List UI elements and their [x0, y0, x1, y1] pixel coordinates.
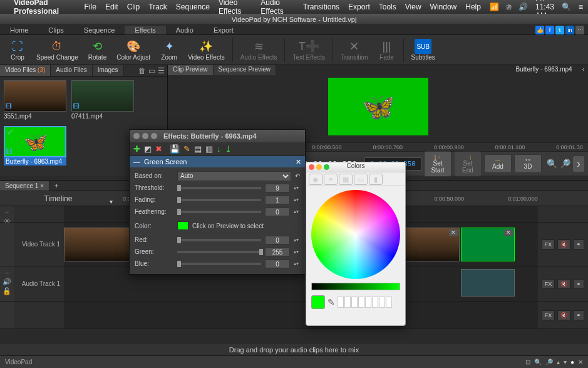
menu-tools[interactable]: Tools [379, 3, 396, 11]
down-icon[interactable]: ↓ [217, 144, 221, 154]
bin-tab-audio[interactable]: Audio Files [51, 65, 92, 76]
traffic-max-icon[interactable] [151, 133, 157, 139]
timeline-label[interactable]: Timeline▾ [0, 191, 116, 206]
list2-icon[interactable]: ▥ [205, 144, 213, 154]
mask-icon[interactable]: ◩ [144, 144, 152, 154]
eyedropper-icon[interactable]: ✎ [328, 297, 335, 307]
menu-export[interactable]: Export [348, 3, 370, 11]
link-icon[interactable]: ⚭ [573, 310, 584, 320]
clip-close-icon[interactable]: ✕ [504, 229, 513, 236]
feathering-value[interactable]: 0 [265, 208, 290, 216]
menu-help[interactable]: Help [465, 3, 481, 11]
traffic-min-icon[interactable] [316, 164, 322, 170]
set-start-button[interactable]: [→Set Start [424, 151, 451, 177]
tab-effects[interactable]: Effects [125, 26, 165, 34]
blue-slider[interactable] [177, 263, 261, 265]
mute-icon[interactable]: 🔇 [557, 279, 570, 289]
blue-value[interactable]: 0 [265, 260, 290, 268]
tool-zoom[interactable]: ✦Zoom [155, 38, 183, 62]
menu-transitions[interactable]: Transitions [303, 3, 339, 11]
link-icon[interactable]: ⚭ [573, 279, 584, 289]
lock-icon[interactable]: 🔓 [3, 287, 11, 295]
preview-tab-sequence[interactable]: Sequence Preview [214, 65, 276, 75]
minus-icon[interactable]: − [5, 209, 9, 216]
menu-icon[interactable]: ≡ [579, 3, 583, 11]
zoom-in-icon[interactable]: 🔍 [534, 359, 542, 365]
color-wheel[interactable] [311, 190, 400, 279]
spinner-icon[interactable]: ▴▾ [294, 186, 300, 190]
wheel-tab-icon[interactable]: ◉ [309, 174, 322, 185]
like-icon[interactable]: 👍 [535, 26, 544, 34]
red-value[interactable]: 0 [265, 236, 290, 244]
tool-subtitles[interactable]: SUBSubtitles [406, 38, 440, 62]
list-icon[interactable]: ▤ [194, 144, 202, 154]
trash-icon[interactable]: 🗑 [138, 66, 146, 75]
mute-icon[interactable]: 🔇 [557, 239, 570, 250]
tool-color-adjust[interactable]: 🎨Color Adjust [111, 38, 155, 62]
fading-slider[interactable] [177, 199, 261, 201]
undo-icon[interactable]: ↶ [295, 172, 300, 179]
clip-close-icon[interactable]: ✕ [449, 229, 458, 236]
tab-home[interactable]: Home [0, 26, 38, 34]
menu-track[interactable]: Track [148, 3, 167, 11]
menu-edit[interactable]: Edit [105, 3, 118, 11]
colorpicker-titlebar[interactable]: Colors [306, 162, 405, 172]
menu-file[interactable]: File [85, 3, 96, 11]
clip-thumb[interactable]: 🎞 3551.mp4 [4, 80, 66, 121]
twitter-icon[interactable]: t [555, 26, 564, 34]
preview-viewport[interactable]: 🦋 [328, 78, 428, 135]
stop-icon[interactable]: ✕ [578, 359, 583, 365]
link-icon[interactable]: ⚭ [573, 239, 584, 250]
color-swatch[interactable] [177, 221, 188, 230]
traffic-min-icon[interactable] [142, 133, 148, 139]
chevron-up-icon[interactable]: ▴ [557, 359, 560, 365]
save-icon[interactable]: 💾 [170, 144, 180, 154]
dialog-titlebar[interactable]: Effects: Butterfly - 6963.mp4 [130, 130, 305, 142]
chevron-down-icon[interactable]: ▾ [564, 359, 567, 365]
set-end-button[interactable]: →]Set End [454, 151, 482, 177]
brightness-slider[interactable] [311, 283, 400, 290]
zoom-in-icon[interactable]: 🔍 [547, 159, 557, 169]
red-slider[interactable] [177, 239, 261, 241]
zoom-out-icon[interactable]: 🔎 [560, 159, 570, 169]
add-button[interactable]: —Add [484, 154, 512, 173]
green-value[interactable]: 255 [265, 248, 290, 256]
chevron-left-icon[interactable]: ‹ [579, 65, 588, 75]
menu-window[interactable]: Window [430, 3, 457, 11]
sequence-tab[interactable]: Sequence 1 × [0, 181, 49, 191]
fx-button[interactable]: FX [542, 310, 555, 320]
traffic-close-icon[interactable] [309, 164, 314, 170]
palette-tab-icon[interactable]: ▦ [339, 174, 353, 185]
delete-effect-icon[interactable]: ✖ [155, 144, 162, 154]
tool-crop[interactable]: ⛶Crop [4, 38, 31, 62]
menu-clip[interactable]: Clip [127, 3, 140, 11]
search-icon[interactable]: 🔍 [562, 3, 571, 11]
tool-video-effects[interactable]: ✨Video Effects [183, 38, 230, 62]
spinner-icon[interactable]: ▴▾ [294, 261, 300, 266]
tool-speed-change[interactable]: ⏱Speed Change [31, 38, 83, 62]
mute-icon[interactable]: 🔇 [557, 310, 570, 320]
add-sequence-button[interactable]: + [49, 181, 63, 191]
menu-view[interactable]: View [405, 3, 421, 11]
timeline-clip[interactable]: ✕ [461, 228, 515, 261]
add-effect-icon[interactable]: ✚ [133, 144, 140, 154]
spinner-icon[interactable]: ▴▾ [294, 250, 300, 254]
timeline-audio-clip[interactable] [461, 269, 515, 297]
clip-thumb-selected[interactable]: ✔🦋🎞 Butterfly - 6963.mp4 [4, 126, 66, 166]
zoom-out-icon[interactable]: 🔎 [545, 359, 553, 365]
timeline-clip[interactable]: ✕ [403, 228, 460, 261]
clip-thumb[interactable]: 🎞 07411.mp4 [71, 80, 134, 121]
spinner-icon[interactable]: ▴▾ [294, 238, 300, 242]
volume-icon[interactable]: 🔊 [518, 3, 528, 11]
bin-tab-images[interactable]: Images [93, 65, 124, 76]
tab-clips[interactable]: Clips [38, 26, 73, 34]
tab-audio[interactable]: Audio [166, 26, 204, 34]
bin-tab-video[interactable]: Video Files (3) [0, 65, 51, 76]
down2-icon[interactable]: ⤓ [225, 144, 232, 154]
spinner-icon[interactable]: ▴▾ [294, 197, 300, 202]
folder-icon[interactable]: ▭ [148, 66, 155, 75]
zoom-fit-icon[interactable]: ⊡ [525, 359, 530, 365]
tab-sequence[interactable]: Sequence [74, 26, 125, 34]
facebook-icon[interactable]: f [545, 26, 554, 34]
close-icon[interactable]: ✕ [296, 158, 301, 166]
